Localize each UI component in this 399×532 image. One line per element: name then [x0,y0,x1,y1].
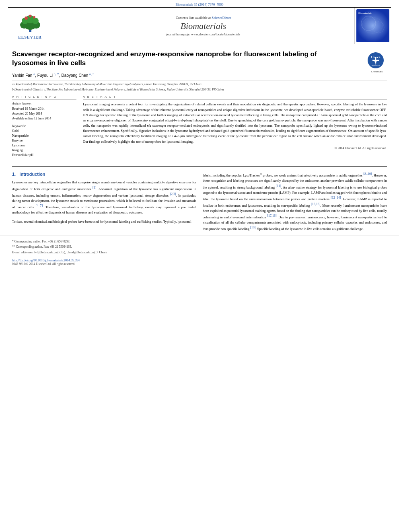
logo-image: Biomaterials [356,9,389,42]
authors-line: Yanbin Fan a, Fuyou Li b, **, Daoyong Ch… [12,73,387,78]
abstract-text: Lysosomal imaging represents a potent to… [83,102,387,144]
footer-note-2: ** Corresponding author. Fax: +86 21 556… [12,244,387,249]
journal-title-area: Contents lists available at ScienceDirec… [52,8,355,44]
footer-doi[interactable]: http://dx.doi.org/10.1016/j.biomaterials… [12,259,387,262]
crossmark-area: Check for updates CrossMark [367,51,387,73]
crossmark-icon: Check for updates [367,51,385,69]
elsevier-brand-text: ELSEVIER [18,35,42,39]
body-content: 1. Introduction Lysosomes are key intrac… [0,172,399,232]
affiliations: a Department of Macromolecular Science, … [12,80,387,92]
footer-note-1: * Corresponding author. Fax: +86 21 6564… [12,239,387,244]
body-right-col: labels, including the popular LysoTracke… [203,172,387,232]
accepted-date: Accepted 20 May 2014 [12,111,76,116]
ref-12-14[interactable]: [12–14] [331,196,341,199]
footer-email: E-mail addresses: fyli@fudan.edu.cn (F. … [12,250,387,255]
intro-para3: labels, including the popular LysoTracke… [203,172,387,232]
article-title: Scavenger receptor-recognized and enzyme… [12,50,326,68]
affil-a: a Department of Macromolecular Science, … [12,82,387,87]
ref-8-10[interactable]: [8–10] [363,172,372,176]
section-divider [12,166,387,167]
abstract-col: A B S T R A C T Lysosomal imaging repres… [83,95,387,158]
title-row: Scavenger receptor-recognized and enzyme… [12,50,387,73]
sciencedirect-link[interactable]: ScienceDirect [212,16,231,20]
journal-header: ELSEVIER Contents lists available at Sci… [8,7,391,44]
keyword-enzyme: Enzyme [12,138,76,143]
crossmark-label: CrossMark [367,70,387,73]
keyword-imaging: Imaging [12,148,76,153]
journal-name: Biomaterials [181,21,226,31]
title-container: Scavenger receptor-recognized and enzyme… [12,50,363,72]
ref-2-3[interactable]: [2,3] [170,192,176,196]
journal-homepage: journal homepage: www.elsevier.com/locat… [167,33,241,36]
citation-bar: Biomaterials 35 (2014) 7870–7880 [0,0,399,7]
svg-point-7 [25,16,28,20]
author-li: Fuyou Li b, **, [37,73,62,78]
article-content: Scavenger receptor-recognized and enzyme… [0,44,399,162]
journal-logo-area: Biomaterials Biomaterials [355,8,391,44]
elsevier-logo-area: ELSEVIER [8,8,52,44]
keyword-gold: Gold [12,129,76,134]
keyword-lysosome: Lysosome [12,143,76,148]
article-info-col: A R T I C L E I N F O Article history: R… [12,95,76,158]
elsevier-logo: ELSEVIER [16,12,44,39]
ref-15-16[interactable]: [15,16] [311,202,320,206]
copyright-line: © 2014 Elsevier Ltd. All rights reserved… [83,146,387,150]
intro-section-title: 1. Introduction [12,172,196,177]
keyword-extracellular: Extracellular pH [12,153,76,158]
footer: * Corresponding author. Fax: +86 21 6564… [0,236,399,267]
ref-18b[interactable]: [18] [250,226,255,229]
intro-para2: To date, several chemical and biological… [12,219,196,224]
intro-para1: Lysosomes are key intracellular organell… [12,180,196,215]
author-fan: Yanbin Fan a, [12,73,37,78]
ref-1[interactable]: [1] [93,186,96,189]
page: Biomaterials 35 (2014) 7870–7880 [0,0,399,532]
footer-issn: 0142-9612/© 2014 Elsevier Ltd. All right… [12,262,387,266]
available-date: Available online 12 June 2014 [12,116,76,121]
body-left-col: 1. Introduction Lysosomes are key intrac… [12,172,196,232]
article-info-header: A R T I C L E I N F O [12,95,76,100]
keywords-section: Keywords: Gold Nanoparticle Enzyme Lysos… [12,124,76,158]
history-label: Article history: [12,102,76,105]
keyword-nanoparticle: Nanoparticle [12,134,76,138]
svg-point-9 [29,15,31,18]
ref-4-7[interactable]: [4–7] [36,204,43,207]
author-chen: Daoyong Chen a, * [62,73,94,78]
sciencedirect-line: Contents lists available at ScienceDirec… [176,16,231,20]
svg-text:updates: updates [372,64,380,66]
article-history: Article history: Received 19 March 2014 … [12,102,76,121]
abstract-header: A B S T R A C T [83,95,387,100]
info-abstract-row: A R T I C L E I N F O Article history: R… [12,95,387,158]
received-date: Received 19 March 2014 [12,107,76,111]
ref-11[interactable]: [11] [276,184,281,188]
citation-text: Biomaterials 35 (2014) 7870–7880 [175,2,223,6]
biomaterials-logo: Biomaterials Biomaterials [356,9,389,42]
elsevier-tree-icon [16,12,44,34]
affil-b: b Department of Chemistry, The State Key… [12,88,387,92]
ref-17-18[interactable]: [17,18] [267,214,276,218]
keywords-label: Keywords: [12,124,76,128]
svg-point-6 [32,18,39,24]
svg-text:Biomaterials: Biomaterials [358,12,372,14]
svg-point-8 [33,16,35,18]
